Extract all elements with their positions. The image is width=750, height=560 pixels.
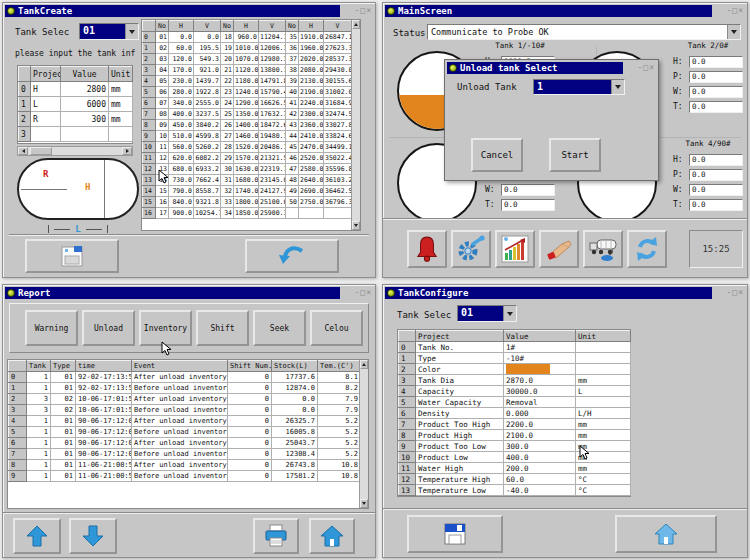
volume-row[interactable]: 16 17900.010254.7 341850.025900.3 xyxy=(143,208,352,219)
volume-row[interactable]: 0 010.00.0 18960.011204.1 351910.026847.… xyxy=(143,32,352,43)
seek-report-button[interactable]: Seek xyxy=(253,310,306,346)
cancel-button[interactable]: Cancel xyxy=(471,138,523,172)
chevron-down-icon[interactable] xyxy=(727,25,740,39)
scroll-down-icon[interactable] xyxy=(360,499,368,508)
manual-measure-button[interactable] xyxy=(539,230,579,268)
volume-row[interactable]: 5 06280.01922.8 231240.015790.4 402190.0… xyxy=(143,87,352,98)
volume-row[interactable]: 15 16840.09321.8 331800.025100.0 502750.… xyxy=(143,197,352,208)
config-row[interactable]: 5 Water Capacity Removal xyxy=(399,397,631,408)
field-value[interactable]: 0.0 xyxy=(501,199,555,211)
close-icon[interactable]: × xyxy=(738,6,744,15)
report-vscrollbar[interactable] xyxy=(359,360,368,508)
titlebar[interactable]: MainScreen -□× xyxy=(383,3,747,17)
volume-row[interactable]: 6 07340.02555.0 241290.016626.5 412240.0… xyxy=(143,98,352,109)
volume-row[interactable]: 8 09450.03840.2 261400.018472.6 432360.0… xyxy=(143,120,352,131)
save-button[interactable] xyxy=(25,239,119,273)
field-value[interactable]: 0.0 xyxy=(689,86,743,98)
settings-button[interactable] xyxy=(451,230,491,268)
scroll-right-icon[interactable] xyxy=(122,147,132,155)
scroll-left-icon[interactable] xyxy=(18,147,28,155)
volume-vscrollbar[interactable] xyxy=(351,20,360,230)
unload-report-button[interactable]: Unload xyxy=(82,310,135,346)
report-button[interactable] xyxy=(495,230,535,268)
status-dropdown[interactable]: Communicate to Probe OK xyxy=(427,24,741,40)
close-icon[interactable]: × xyxy=(366,6,372,15)
close-icon[interactable]: × xyxy=(366,288,372,297)
tank-select-dropdown[interactable]: 01 xyxy=(79,23,139,40)
config-row[interactable]: 13 Temperature Low -40.0 °C xyxy=(399,485,631,496)
field-value[interactable]: 0.0 xyxy=(689,169,743,181)
config-row[interactable]: 12 Temperature High 60.0 °C xyxy=(399,474,631,485)
param-row[interactable]: 0 H 2800 mm xyxy=(19,82,133,97)
volume-row[interactable]: 10 11560.05260.2 281520.020486.1 452470.… xyxy=(143,142,352,153)
param-table[interactable]: Projec Value Unit 0 H 2800 mm 1 L xyxy=(18,66,133,142)
config-row[interactable]: 3 Tank Dia 2870.0 mm xyxy=(399,375,631,386)
config-row[interactable]: 1 Type -10# xyxy=(399,353,631,364)
close-icon[interactable]: × xyxy=(649,63,655,72)
param-row[interactable]: 1 L 6000 mm xyxy=(19,97,133,112)
field-value[interactable]: 0.0 xyxy=(689,71,743,83)
volume-row[interactable]: 14 15790.08558.7 321740.024127.9 492690.… xyxy=(143,186,352,197)
page-down-button[interactable] xyxy=(69,518,117,554)
save-button[interactable] xyxy=(407,515,503,553)
param-row[interactable]: 3 xyxy=(19,127,133,142)
config-row[interactable]: 0 Tank No. 1# xyxy=(399,342,631,353)
field-value[interactable]: 0.0 xyxy=(689,154,743,166)
volume-row[interactable]: 12 13680.06933.2 301630.022319.1 472580.… xyxy=(143,164,352,175)
config-row[interactable]: 8 Product High 2100.0 mm xyxy=(399,430,631,441)
titlebar[interactable]: TankCreate -□× xyxy=(3,3,375,17)
titlebar[interactable]: TankConfigure -□× xyxy=(383,285,747,299)
report-row[interactable]: 8 1 01 11-06-21:00:58 After unload inven… xyxy=(9,460,361,471)
config-row[interactable]: 9 Product Too Low 300.0 mm xyxy=(399,441,631,452)
volume-row[interactable]: 3 04170.0921.0 211120.013800.1 382080.02… xyxy=(143,65,352,76)
print-button[interactable] xyxy=(253,518,299,554)
scroll-down-icon[interactable] xyxy=(352,221,360,230)
field-value[interactable]: 0.0 xyxy=(689,56,743,68)
report-row[interactable]: 5 1 01 90-06-17:12:05 Before unload inve… xyxy=(9,427,361,438)
page-up-button[interactable] xyxy=(13,518,61,554)
config-row[interactable]: 4 Capacity 30000.0 L xyxy=(399,386,631,397)
close-icon[interactable]: × xyxy=(738,288,744,297)
config-row[interactable]: 10 Product Low 400.0 mm xyxy=(399,452,631,463)
field-value[interactable]: 0.0 xyxy=(689,101,743,113)
chevron-down-icon[interactable] xyxy=(611,80,624,94)
volume-row[interactable]: 4 05230.01439.7 221180.014791.8 392130.0… xyxy=(143,76,352,87)
volume-row[interactable]: 9 10510.04599.8 271460.019480.3 442410.0… xyxy=(143,131,352,142)
unload-tank-dropdown[interactable]: 1 xyxy=(533,79,625,95)
scroll-up-icon[interactable] xyxy=(360,360,368,369)
field-value[interactable]: 0.0 xyxy=(689,199,743,211)
scroll-up-icon[interactable] xyxy=(352,20,360,29)
config-row[interactable]: 2 Color xyxy=(399,364,631,375)
report-row[interactable]: 1 1 01 92-02-17:13:51 Before unload inve… xyxy=(9,383,361,394)
report-row[interactable]: 7 1 01 90-06-17:12:01 Before unload inve… xyxy=(9,449,361,460)
tank-select-dropdown[interactable]: 01 xyxy=(457,305,517,322)
unload-truck-button[interactable] xyxy=(583,230,623,268)
scroll-thumb[interactable] xyxy=(30,147,52,155)
shift-report-button[interactable]: Shift xyxy=(196,310,249,346)
field-value[interactable]: 0.0 xyxy=(501,184,555,196)
warning-report-button[interactable]: Warning xyxy=(25,310,78,346)
celou-report-button[interactable]: Celou xyxy=(310,310,363,346)
chevron-down-icon[interactable] xyxy=(125,24,138,39)
home-button[interactable] xyxy=(615,515,717,553)
start-button[interactable]: Start xyxy=(549,138,601,172)
report-row[interactable]: 9 1 01 11-06-21:00:58 Before unload inve… xyxy=(9,471,361,482)
config-row[interactable]: 11 Water High 200.0 mm xyxy=(399,463,631,474)
volume-row[interactable]: 7 08400.03237.5 251350.017632.7 422300.0… xyxy=(143,109,352,120)
refresh-button[interactable] xyxy=(627,230,667,268)
volume-row[interactable]: 2 03120.0549.3 201070.012980.3 372020.02… xyxy=(143,54,352,65)
volume-row[interactable]: 11 12620.06082.2 291570.021321.5 462520.… xyxy=(143,153,352,164)
chevron-down-icon[interactable] xyxy=(503,306,516,321)
home-button[interactable] xyxy=(309,518,355,554)
report-row[interactable]: 0 1 01 92-02-17:13:52 After unload inven… xyxy=(9,372,361,383)
report-row[interactable]: 6 1 01 90-06-17:12:02 After unload inven… xyxy=(9,438,361,449)
volume-row[interactable]: 1 0260.0195.5 191010.012006.3 361960.027… xyxy=(143,43,352,54)
config-row[interactable]: 6 Density 0.000 L/H xyxy=(399,408,631,419)
report-row[interactable]: 4 1 01 90-06-17:12:05 After unload inven… xyxy=(9,416,361,427)
field-value[interactable]: 0.0 xyxy=(689,184,743,196)
report-table[interactable]: Tank Type time Event Shift Num. Stock(L)… xyxy=(8,360,361,482)
back-button[interactable] xyxy=(245,239,339,273)
param-hscrollbar[interactable] xyxy=(17,146,133,156)
report-row[interactable]: 2 3 02 10-06-17:01:57 After unload inven… xyxy=(9,394,361,405)
param-row[interactable]: 2 R 300 mm xyxy=(19,112,133,127)
